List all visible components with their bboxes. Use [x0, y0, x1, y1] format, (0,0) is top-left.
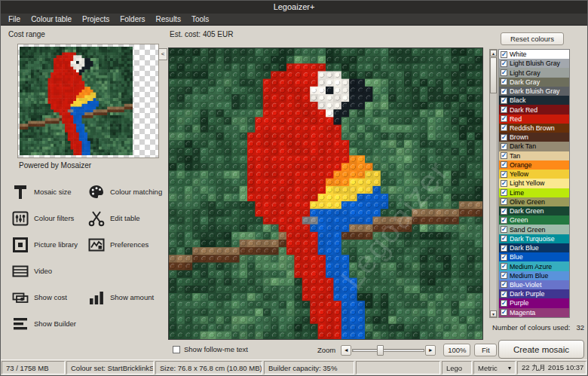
colour-row-blue[interactable]: ✓Blue [499, 252, 569, 261]
colour-row-red[interactable]: ✓Red [499, 115, 569, 124]
colour-checkbox[interactable]: ✓ [501, 88, 507, 95]
colour-checkbox[interactable]: ✓ [501, 291, 507, 298]
colour-row-green[interactable]: ✓Green [499, 216, 569, 225]
colour-checkbox[interactable]: ✓ [501, 60, 507, 67]
menu-item-tools[interactable]: Tools [186, 14, 214, 26]
status-lego[interactable]: Lego [442, 361, 472, 374]
colour-checkbox[interactable]: ✓ [501, 134, 507, 141]
colour-checkbox[interactable]: ✓ [501, 97, 507, 104]
tool-show-amount-button[interactable]: Show amount [87, 284, 164, 310]
colour-row-dark-gray[interactable]: ✓Dark Gray [499, 78, 569, 87]
colour-row-light-gray[interactable]: ✓Light Gray [499, 68, 569, 77]
colour-checkbox[interactable]: ✓ [501, 254, 507, 261]
zoom-100-button[interactable]: 100% [443, 344, 470, 356]
zoom-fit-button[interactable]: Fit [474, 344, 497, 356]
menu-item-results[interactable]: Results [151, 14, 186, 26]
zoom-increase-arrow-icon[interactable]: ► [425, 345, 436, 356]
mosaic-render[interactable] [169, 48, 482, 339]
reset-colours-button[interactable]: Reset colours [501, 32, 564, 45]
menu-item-file[interactable]: File [3, 14, 26, 26]
colour-row-reddish-brown[interactable]: ✓Reddish Brown [499, 124, 569, 133]
menu-item-colour-table[interactable]: Colour table [26, 14, 77, 26]
colour-checkbox[interactable]: ✓ [501, 198, 507, 205]
colour-row-light-yellow[interactable]: ✓Light Yellow [499, 179, 569, 188]
tool-label: Preferences [110, 240, 149, 249]
tool-show-cost-button[interactable]: Show cost [11, 284, 87, 310]
colour-checkbox[interactable]: ✓ [501, 115, 507, 122]
colour-list-scrollbar[interactable]: ▲ ▼ [489, 49, 498, 318]
colour-row-dark-purple[interactable]: ✓Dark Purple [499, 289, 569, 298]
tool-preferences-button[interactable]: Preferences [87, 231, 164, 258]
tool-colour-matching-button[interactable]: Colour matching [87, 179, 164, 205]
colour-row-purple[interactable]: ✓Purple [499, 298, 569, 307]
menu-item-folders[interactable]: Folders [115, 14, 150, 26]
menu-item-projects[interactable]: Projects [77, 14, 115, 26]
colour-checkbox[interactable]: ✓ [501, 152, 507, 159]
mosaic-viewport[interactable]: Legoaizer [168, 47, 483, 340]
colour-checkbox[interactable]: ✓ [501, 235, 507, 242]
colour-row-tan[interactable]: ✓Tan [499, 151, 569, 160]
colour-checkbox[interactable]: ✓ [501, 124, 507, 131]
colour-row-medium-azure[interactable]: ✓Medium Azure [499, 261, 569, 271]
colour-row-brown[interactable]: ✓Brown [499, 133, 569, 142]
tool-show-builder-button[interactable]: Show Builder [11, 310, 87, 337]
colour-row-magenta[interactable]: ✓Magenta [499, 308, 569, 317]
colour-checkbox[interactable]: ✓ [501, 171, 507, 178]
tool-label: Picture library [34, 240, 78, 249]
colour-checkbox[interactable]: ✓ [501, 263, 507, 270]
zoom-slider-groove [352, 349, 424, 352]
colour-row-dark-tan[interactable]: ✓Dark Tan [499, 142, 569, 151]
colour-checkbox[interactable]: ✓ [501, 143, 507, 150]
colour-name: Yellow [510, 170, 528, 178]
tool-video-button[interactable]: Video [11, 258, 87, 284]
scroll-up-arrow-icon[interactable]: ▲ [490, 50, 497, 57]
colour-checkbox[interactable]: ✓ [501, 309, 507, 316]
colour-row-yellow[interactable]: ✓Yellow [499, 170, 569, 179]
tool-mosaic-size-button[interactable]: Mosaic size [11, 179, 87, 205]
status-text: Metric [478, 364, 498, 372]
tool-edit-table-button[interactable]: Edit table [87, 205, 164, 231]
follow-me-checkbox[interactable] [173, 346, 180, 353]
colour-checkbox[interactable]: ✓ [501, 78, 507, 85]
colour-checkbox[interactable]: ✓ [501, 189, 507, 196]
colour-row-white[interactable]: ✓White [499, 50, 569, 59]
colour-checkbox[interactable]: ✓ [501, 245, 507, 252]
zoom-decrease-arrow-icon[interactable]: ◄ [341, 345, 351, 356]
colour-row-olive-green[interactable]: ✓Olive Green [499, 197, 569, 206]
zoom-slider-thumb[interactable] [377, 345, 384, 356]
colour-row-dark-blue[interactable]: ✓Dark Blue [499, 243, 569, 252]
colour-checkbox[interactable]: ✓ [501, 106, 507, 113]
tool-picture-library-button[interactable]: Picture library [11, 231, 87, 258]
scrollbar-thumb[interactable] [490, 57, 497, 93]
status-metric[interactable]: Metric▾ [473, 361, 516, 374]
colour-checkbox[interactable]: ✓ [501, 161, 507, 168]
colour-checkbox[interactable]: ✓ [501, 51, 507, 58]
colour-row-blue-violet[interactable]: ✓Blue-Violet [499, 280, 569, 289]
zoom-slider[interactable] [352, 345, 424, 356]
title-bar[interactable]: Legoaizer+ [1, 1, 587, 14]
colour-checkbox[interactable]: ✓ [501, 69, 507, 76]
colour-row-orange[interactable]: ✓Orange [499, 160, 569, 170]
colour-checkbox[interactable]: ✓ [501, 217, 507, 224]
create-mosaic-button[interactable]: Create mosaic [498, 340, 584, 359]
colour-checkbox[interactable]: ✓ [501, 281, 507, 288]
colour-row-light-bluish-gray[interactable]: ✓Light Bluish Gray [499, 59, 569, 68]
colour-row-dark-red[interactable]: ✓Dark Red [499, 105, 569, 114]
colour-checkbox[interactable]: ✓ [501, 226, 507, 233]
colour-name: Olive Green [510, 198, 545, 206]
tool-label: Video [34, 267, 52, 275]
colour-checkbox[interactable]: ✓ [501, 208, 507, 215]
scroll-down-arrow-icon[interactable]: ▼ [490, 310, 497, 317]
colour-checkbox[interactable]: ✓ [501, 300, 507, 307]
colour-row-lime[interactable]: ✓Lime [499, 188, 569, 197]
colour-row-sand-green[interactable]: ✓Sand Green [499, 225, 569, 234]
colour-checkbox[interactable]: ✓ [501, 180, 507, 187]
colour-row-dark-green[interactable]: ✓Dark Green [499, 206, 569, 216]
colour-checkbox[interactable]: ✓ [501, 272, 507, 279]
colour-row-medium-blue[interactable]: ✓Medium Blue [499, 271, 569, 280]
colour-row-black[interactable]: ✓Black [499, 96, 569, 105]
collapse-panel-button[interactable]: < [158, 48, 167, 60]
colour-row-dark-turquoise[interactable]: ✓Dark Turquoise [499, 234, 569, 243]
tool-colour-filters-button[interactable]: Colour filters [11, 205, 87, 231]
colour-row-dark-bluish-gray[interactable]: ✓Dark Bluish Gray [499, 87, 569, 96]
